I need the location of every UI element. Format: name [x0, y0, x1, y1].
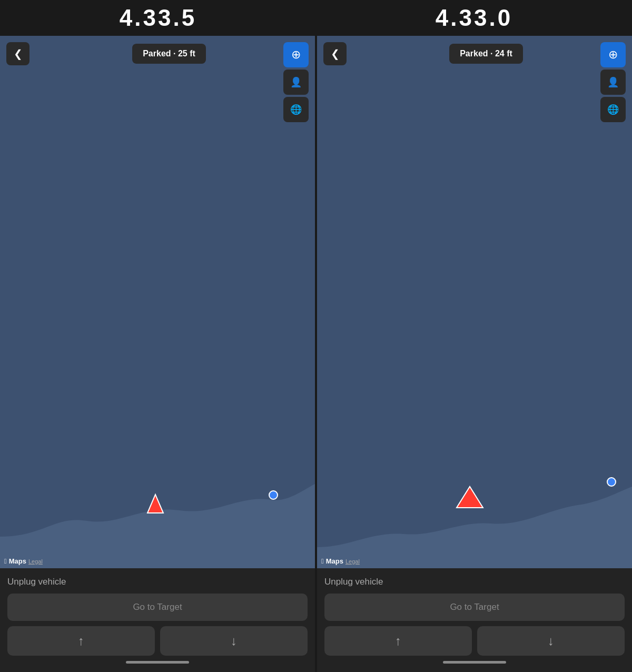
left-home-indicator	[126, 661, 189, 664]
right-locate-button[interactable]: ⊕	[600, 42, 626, 67]
left-locate-button[interactable]: ⊕	[283, 42, 309, 67]
right-back-icon: ❮	[331, 47, 340, 60]
left-globe-button[interactable]: 🌐	[283, 97, 309, 122]
right-map-controls-top: ❮ Parked · 24 ft	[317, 42, 632, 65]
left-person-button[interactable]: 👤	[283, 70, 309, 95]
right-bottom-panel: Unplug vehicle Go to Target ↑ ↓	[317, 568, 632, 672]
right-maps-text: Maps	[326, 557, 343, 565]
right-location-dot	[607, 477, 616, 487]
left-up-button[interactable]: ↑	[7, 626, 155, 656]
left-maps-text: Maps	[9, 557, 26, 565]
left-go-to-target-button[interactable]: Go to Target	[7, 594, 308, 621]
left-down-button[interactable]: ↓	[160, 626, 308, 656]
left-legal-link[interactable]: Legal	[28, 558, 43, 565]
right-maps-watermark:  Maps Legal	[321, 557, 360, 565]
svg-marker-0	[147, 495, 163, 513]
right-globe-button[interactable]: 🌐	[600, 97, 626, 122]
right-back-button[interactable]: ❮	[323, 42, 347, 65]
right-map-controls-right: ⊕ 👤 🌐	[600, 42, 626, 122]
right-up-icon: ↑	[395, 634, 401, 648]
right-down-icon: ↓	[548, 634, 554, 648]
left-back-icon: ❮	[14, 47, 23, 60]
right-go-to-target-button[interactable]: Go to Target	[324, 594, 625, 621]
left-terrain	[0, 473, 315, 568]
left-maps-watermark:  Maps Legal	[4, 557, 43, 565]
right-locate-icon: ⊕	[608, 48, 618, 62]
left-arrow-buttons: ↑ ↓	[7, 626, 308, 656]
left-down-icon: ↓	[231, 634, 237, 648]
left-person-icon: 👤	[290, 76, 302, 88]
right-panel: ❮ Parked · 24 ft ⊕ 👤 🌐	[317, 36, 632, 672]
left-bottom-panel: Unplug vehicle Go to Target ↑ ↓	[0, 568, 315, 672]
right-map: ❮ Parked · 24 ft ⊕ 👤 🌐	[317, 36, 632, 568]
right-person-icon: 👤	[607, 76, 619, 88]
right-unplug-title: Unplug vehicle	[324, 577, 625, 587]
left-apple-logo: 	[4, 557, 7, 565]
svg-marker-1	[457, 487, 483, 508]
left-unplug-title: Unplug vehicle	[7, 577, 308, 587]
left-location-label: Parked · 25 ft	[132, 44, 206, 64]
left-car-arrow	[142, 489, 169, 516]
left-location-dot	[269, 490, 278, 500]
right-location-label: Parked · 24 ft	[449, 44, 523, 64]
right-home-indicator	[443, 661, 506, 664]
left-up-icon: ↑	[78, 634, 84, 648]
left-locate-icon: ⊕	[291, 48, 301, 62]
left-version: 4.33.5	[0, 5, 316, 31]
right-down-button[interactable]: ↓	[477, 626, 625, 656]
panels-container: ❮ Parked · 25 ft ⊕ 👤 🌐	[0, 36, 632, 672]
header-bar: 4.33.5 4.33.0	[0, 0, 632, 36]
right-apple-logo: 	[321, 557, 324, 565]
right-car-arrow	[454, 481, 486, 510]
left-back-button[interactable]: ❮	[6, 42, 29, 65]
right-up-button[interactable]: ↑	[324, 626, 472, 656]
right-legal-link[interactable]: Legal	[345, 558, 360, 565]
right-version: 4.33.0	[316, 5, 632, 31]
right-arrow-buttons: ↑ ↓	[324, 626, 625, 656]
left-panel: ❮ Parked · 25 ft ⊕ 👤 🌐	[0, 36, 315, 672]
right-person-button[interactable]: 👤	[600, 70, 626, 95]
left-map: ❮ Parked · 25 ft ⊕ 👤 🌐	[0, 36, 315, 568]
left-globe-icon: 🌐	[290, 104, 302, 115]
right-globe-icon: 🌐	[607, 104, 619, 115]
left-map-controls-right: ⊕ 👤 🌐	[283, 42, 309, 122]
left-map-controls-top: ❮ Parked · 25 ft	[0, 42, 315, 65]
